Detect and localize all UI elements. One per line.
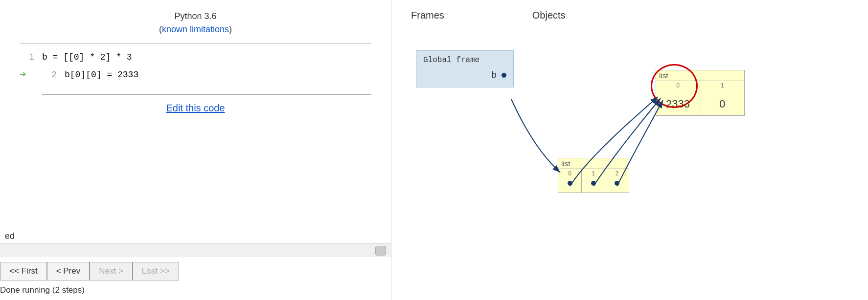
green-arrow-icon: ➔ — [20, 66, 26, 84]
code-line-1: 1 b = [[0] * 2] * 3 — [20, 49, 371, 65]
inner-cell-0: 0 2333 — [656, 81, 700, 115]
code-text-2: b[0][0] = 2333 — [65, 68, 138, 82]
status-text: Done running (2 steps) — [0, 283, 85, 300]
header-divider — [20, 43, 371, 43]
outer-list-header: list — [558, 158, 629, 169]
inner-cell-1: 1 0 — [700, 81, 744, 115]
outer-list-cells: 0 1 2 — [558, 169, 629, 193]
code-block: 1 b = [[0] * 2] * 3 ➔ 2 b[0][0] = 2333 — [20, 49, 371, 85]
visualization-area: Global frame b list 0 1 2 — [391, 21, 868, 285]
objects-title: Objects — [532, 10, 566, 21]
inner-list-label: list — [656, 70, 671, 81]
outer-dot-0 — [568, 181, 572, 186]
scrollbar-thumb[interactable] — [375, 246, 386, 256]
next-button[interactable]: Next > — [90, 262, 133, 280]
bottom-status: << First < Prev Next > Last >> Done runn… — [0, 257, 391, 300]
outer-cell-1: 1 — [582, 169, 605, 193]
outer-list: list 0 1 2 — [558, 158, 629, 193]
outer-index-0: 0 — [568, 169, 571, 177]
frame-title: Global frame — [423, 56, 506, 64]
current-line-arrow: ➔ — [20, 66, 34, 84]
outer-list-label: list — [558, 158, 573, 169]
frame-dot-b — [502, 73, 506, 78]
outer-dot-2 — [615, 181, 619, 186]
partial-text: ed — [0, 229, 391, 243]
known-limitations-link[interactable]: known limitations — [162, 24, 229, 34]
code-divider — [42, 94, 371, 95]
frame-var-b: b — [491, 70, 497, 80]
edit-link-container: Edit this code — [20, 103, 371, 114]
outer-cell-0: 0 — [558, 169, 582, 193]
inner-list: list 0 2333 1 0 — [656, 70, 745, 116]
python-header: Python 3.6 (known limitations) — [20, 10, 371, 36]
prev-button[interactable]: < Prev — [47, 262, 90, 280]
nav-buttons: << First < Prev Next > Last >> — [0, 257, 179, 283]
code-area: Python 3.6 (known limitations) 1 b = [[0… — [0, 0, 391, 229]
edit-code-link[interactable]: Edit this code — [166, 103, 225, 113]
visualization-header: Frames Objects — [391, 0, 868, 21]
inner-value-1: 0 — [719, 98, 725, 110]
python-version: Python 3.6 — [174, 11, 216, 21]
code-text-1: b = [[0] * 2] * 3 — [42, 50, 132, 64]
line-number-1: 1 — [20, 50, 34, 64]
outer-cell-2: 2 — [605, 169, 629, 193]
inner-list-header: list — [656, 70, 744, 81]
code-line-2: ➔ 2 b[0][0] = 2333 — [20, 65, 371, 85]
left-panel: Python 3.6 (known limitations) 1 b = [[0… — [0, 0, 391, 300]
last-button[interactable]: Last >> — [133, 262, 179, 280]
global-frame: Global frame b — [416, 50, 514, 87]
inner-value-0: 2333 — [666, 98, 690, 110]
outer-index-1: 1 — [592, 169, 595, 177]
frame-row-b: b — [423, 70, 506, 80]
first-button[interactable]: << First — [0, 262, 47, 280]
frames-title: Frames — [411, 10, 444, 21]
inner-list-cells: 0 2333 1 0 — [656, 81, 744, 115]
horizontal-scrollbar[interactable] — [0, 243, 391, 257]
right-panel: Frames Objects Global frame b list 0 1 — [391, 0, 868, 300]
inner-index-1: 1 — [721, 81, 724, 89]
outer-dot-1 — [591, 181, 596, 186]
line-number-2: 2 — [42, 68, 57, 82]
outer-index-2: 2 — [616, 169, 619, 177]
inner-index-0: 0 — [676, 81, 680, 89]
